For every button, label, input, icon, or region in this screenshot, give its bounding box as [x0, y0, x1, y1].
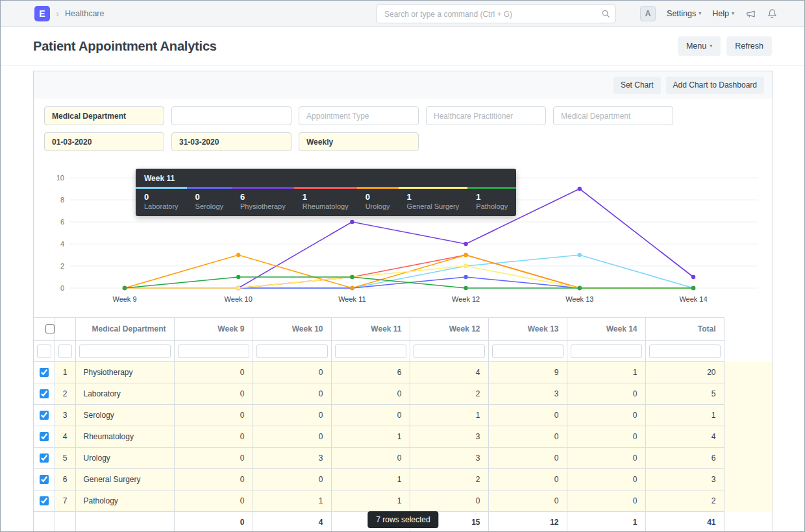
- department-cell: Rheumatology: [75, 426, 174, 448]
- column-filter-input[interactable]: [178, 345, 249, 358]
- value-cell: 0: [174, 383, 253, 405]
- value-cell: 0: [488, 426, 567, 448]
- column-header-total[interactable]: Total: [645, 318, 724, 341]
- tooltip-value: 1: [407, 192, 460, 202]
- header-checkbox-cell[interactable]: [34, 318, 55, 341]
- table-row-rheumatology[interactable]: 4Rheumatology0013004: [34, 426, 773, 448]
- column-filter-input[interactable]: [414, 345, 485, 358]
- column-filter-input[interactable]: [649, 345, 721, 358]
- breadcrumb-healthcare[interactable]: Healthcare: [65, 9, 104, 18]
- chevron-down-icon: ▾: [699, 11, 701, 16]
- select-all-checkbox[interactable]: [45, 324, 55, 333]
- add-chart-to-dashboard-button[interactable]: Add Chart to Dashboard: [666, 77, 764, 94]
- row-checkbox[interactable]: [40, 389, 49, 398]
- row-checkbox[interactable]: [40, 411, 49, 420]
- top-navbar: E › Healthcare A Settings ▾ Help ▾: [1, 1, 804, 27]
- row-index: 7: [55, 490, 75, 512]
- svg-text:Week 11: Week 11: [338, 295, 365, 303]
- page-header: Patient Appointment Analytics Menu ▾ Ref…: [1, 27, 804, 66]
- column-filter-input[interactable]: [79, 345, 171, 358]
- table-row-physiotherapy[interactable]: 1Physiotherapy00649120: [34, 362, 773, 383]
- value-cell: 0: [174, 448, 253, 469]
- filter-medical-department[interactable]: [553, 106, 673, 125]
- column-filter-input[interactable]: [256, 345, 328, 358]
- value-cell: 0: [331, 405, 410, 426]
- row-checkbox-cell[interactable]: [34, 405, 55, 426]
- value-cell: 1: [331, 469, 410, 490]
- filter-healthcare-practitioner[interactable]: [426, 106, 546, 125]
- help-menu[interactable]: Help ▾: [712, 9, 734, 18]
- svg-text:4: 4: [60, 240, 64, 248]
- column-filter-input[interactable]: [37, 345, 51, 358]
- table-row-urology[interactable]: 5Urology0303006: [34, 448, 773, 469]
- column-header-week-12[interactable]: Week 12: [410, 318, 488, 341]
- filter-medical-department[interactable]: [44, 106, 164, 125]
- total-cell: 1: [567, 512, 645, 532]
- table-row-serology[interactable]: 3Serology0001001: [34, 405, 773, 426]
- row-checkbox-cell[interactable]: [34, 490, 55, 512]
- menu-button-label: Menu: [686, 42, 706, 51]
- filter-appointment-type[interactable]: [299, 106, 419, 125]
- table-row-laboratory[interactable]: 2Laboratory0002305: [34, 383, 773, 405]
- value-cell: 1: [331, 426, 410, 448]
- value-cell: 0: [488, 490, 567, 512]
- filter-weekly[interactable]: [299, 132, 419, 151]
- column-header-medical-department[interactable]: Medical Department: [75, 318, 174, 341]
- value-cell: 0: [174, 426, 253, 448]
- erpnext-logo[interactable]: E: [34, 6, 50, 21]
- notifications-bell-icon[interactable]: [767, 8, 777, 19]
- column-header-week-14[interactable]: Week 14: [567, 318, 645, 341]
- filter-01-03-2020[interactable]: [44, 132, 164, 151]
- row-index: 3: [55, 405, 75, 426]
- column-filter-input[interactable]: [335, 345, 406, 358]
- user-avatar[interactable]: A: [640, 6, 656, 21]
- value-cell: 6: [645, 448, 724, 469]
- total-cell: 4: [253, 512, 331, 532]
- global-search: [376, 5, 616, 23]
- value-cell: 0: [331, 383, 410, 405]
- column-header-week-9[interactable]: Week 9: [174, 318, 253, 341]
- column-filter-input[interactable]: [571, 345, 642, 358]
- row-checkbox-cell[interactable]: [34, 383, 55, 405]
- table-row-general-surgery[interactable]: 6General Surgery0012003: [34, 469, 773, 490]
- menu-button[interactable]: Menu ▾: [678, 36, 721, 56]
- row-checkbox[interactable]: [40, 496, 49, 505]
- value-cell: 0: [567, 383, 645, 405]
- table-row-pathology[interactable]: 7Pathology0110002: [34, 490, 773, 512]
- column-filter-input[interactable]: [492, 345, 564, 358]
- filler-cell: [724, 383, 773, 405]
- row-checkbox-cell[interactable]: [34, 426, 55, 448]
- search-input[interactable]: [376, 5, 616, 23]
- row-checkbox[interactable]: [40, 453, 49, 463]
- filler-cell: [724, 341, 773, 362]
- row-index: 6: [55, 469, 75, 490]
- row-checkbox-cell[interactable]: [34, 469, 55, 490]
- row-checkbox[interactable]: [40, 475, 49, 484]
- settings-menu[interactable]: Settings ▾: [667, 9, 701, 18]
- report-card: Set Chart Add Chart to Dashboard 0246810…: [33, 71, 773, 532]
- tooltip-item-urology: 0Urology: [357, 187, 399, 216]
- chart-area[interactable]: 0246810Week 9Week 10Week 11Week 12Week 1…: [34, 158, 773, 313]
- refresh-button[interactable]: Refresh: [726, 36, 772, 56]
- filler-cell: [724, 318, 773, 341]
- column-header-week-13[interactable]: Week 13: [488, 318, 567, 341]
- tooltip-item-general-surgery: 1General Surgery: [399, 187, 468, 216]
- column-header-week-11[interactable]: Week 11: [331, 318, 410, 341]
- filter-row-1: [44, 106, 762, 125]
- row-checkbox-cell[interactable]: [34, 362, 55, 383]
- tooltip-value: 1: [303, 192, 349, 202]
- filter-31-03-2020[interactable]: [171, 132, 291, 151]
- value-cell: 0: [331, 448, 410, 469]
- column-filter-input[interactable]: [58, 345, 72, 358]
- set-chart-button[interactable]: Set Chart: [613, 77, 661, 94]
- app-window: E › Healthcare A Settings ▾ Help ▾: [0, 0, 805, 532]
- filter-blank[interactable]: [171, 106, 291, 125]
- column-header-week-10[interactable]: Week 10: [253, 318, 331, 341]
- tooltip-label: Laboratory: [144, 202, 179, 210]
- row-checkbox[interactable]: [40, 368, 49, 377]
- table-header-row: Medical DepartmentWeek 9Week 10Week 11We…: [34, 318, 773, 341]
- row-checkbox[interactable]: [40, 432, 49, 441]
- value-cell: 1: [253, 490, 331, 512]
- row-checkbox-cell[interactable]: [34, 448, 55, 469]
- announcements-icon[interactable]: [745, 9, 756, 19]
